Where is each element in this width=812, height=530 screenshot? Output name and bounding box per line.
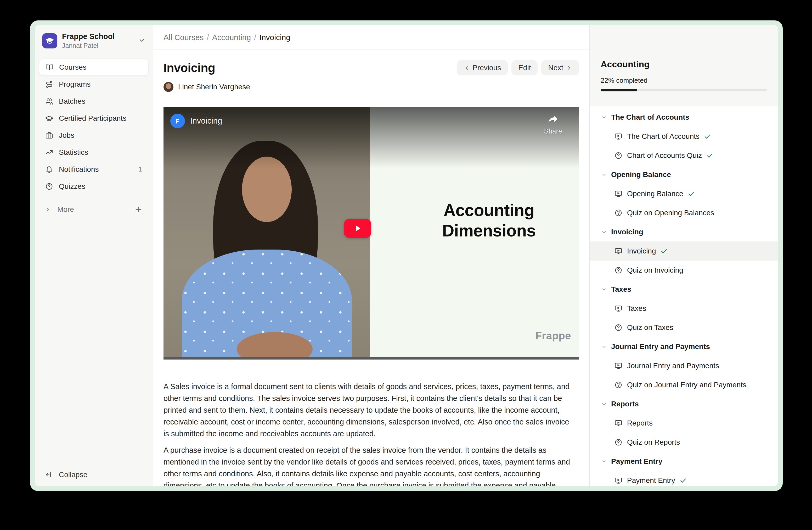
quiz-label: Quiz on Opening Balances: [627, 209, 714, 217]
author-name: Linet Sherin Varghese: [178, 83, 250, 91]
quiz-label: Quiz on Invoicing: [627, 266, 683, 275]
lesson-invoicing-active[interactable]: Invoicing: [590, 241, 778, 261]
bell-icon: [45, 166, 53, 173]
briefcase-icon: [45, 131, 53, 139]
breadcrumb-separator: /: [254, 33, 256, 42]
section-taxes[interactable]: Taxes: [590, 280, 778, 299]
collapse-label: Collapse: [59, 471, 87, 479]
course-panel-header: Accounting 22% completed: [590, 25, 778, 106]
share-button[interactable]: Share: [539, 114, 567, 135]
author-row: Linet Sherin Varghese: [163, 82, 579, 92]
book-open-icon: [45, 64, 53, 71]
sidebar-item-label: Jobs: [59, 131, 74, 140]
help-circle-icon: [614, 266, 622, 274]
progress-track: [600, 89, 767, 92]
video-progress-bar[interactable]: [163, 357, 579, 360]
quiz-label: Quiz on Reports: [627, 438, 680, 446]
share-label: Share: [539, 127, 567, 135]
chevron-down-icon: [601, 287, 607, 292]
lesson-label: Journal Entry and Payments: [627, 362, 719, 370]
lesson-taxes[interactable]: Taxes: [590, 299, 778, 318]
edit-label: Edit: [518, 64, 531, 72]
lesson-opening-balance[interactable]: Opening Balance: [590, 184, 778, 203]
monitor-play-icon: [614, 362, 622, 370]
section-chart-of-accounts[interactable]: The Chart of Accounts: [590, 108, 778, 127]
collapse-sidebar-button[interactable]: Collapse: [39, 468, 149, 482]
breadcrumb-all-courses[interactable]: All Courses: [163, 33, 204, 42]
lesson-chart-of-accounts[interactable]: The Chart of Accounts: [590, 127, 778, 146]
lesson-nav-buttons: Previous Edit Next: [457, 60, 579, 75]
quiz-chart-of-accounts[interactable]: Chart of Accounts Quiz: [590, 146, 778, 165]
breadcrumb-current: Invoicing: [260, 33, 290, 42]
breadcrumb-accounting[interactable]: Accounting: [212, 33, 251, 42]
help-circle-icon: [614, 209, 622, 217]
section-invoicing[interactable]: Invoicing: [590, 222, 778, 241]
lesson-label: Taxes: [627, 304, 646, 313]
edit-button[interactable]: Edit: [511, 60, 538, 75]
sidebar-item-statistics[interactable]: Statistics: [39, 144, 149, 161]
chevron-left-icon: [464, 65, 470, 71]
progress-fill: [600, 89, 637, 92]
check-icon: [687, 190, 695, 197]
chevron-down-icon: [601, 229, 607, 235]
trending-up-icon: [45, 149, 53, 156]
video-player[interactable]: Accounting Dimensions Frappe Invoicing: [163, 107, 579, 360]
sidebar-item-batches[interactable]: Batches: [39, 93, 149, 110]
frappe-logo-icon[interactable]: [170, 114, 185, 128]
help-circle-icon: [614, 152, 622, 159]
sidebar-item-programs[interactable]: Programs: [39, 76, 149, 93]
sidebar-item-label: Notifications: [59, 165, 99, 173]
lesson-journal-entry[interactable]: Journal Entry and Payments: [590, 356, 778, 375]
sidebar-item-jobs[interactable]: Jobs: [39, 127, 149, 144]
previous-button[interactable]: Previous: [457, 60, 508, 75]
video-title[interactable]: Invoicing: [190, 116, 222, 126]
check-icon: [704, 133, 711, 140]
lesson-paragraph: A Sales invoice is a formal document sen…: [163, 381, 576, 440]
quiz-invoicing[interactable]: Quiz on Invoicing: [590, 261, 778, 280]
quiz-reports[interactable]: Quiz on Reports: [590, 433, 778, 452]
quiz-taxes[interactable]: Quiz on Taxes: [590, 318, 778, 337]
video-top-gradient: [163, 107, 579, 168]
plus-icon[interactable]: [134, 206, 142, 213]
section-opening-balance[interactable]: Opening Balance: [590, 165, 778, 184]
section-journal-entry[interactable]: Journal Entry and Payments: [590, 337, 778, 356]
sidebar-item-quizzes[interactable]: Quizzes: [39, 178, 149, 195]
sidebar-item-courses[interactable]: Courses: [39, 59, 149, 76]
sidebar-item-label: Programs: [59, 80, 90, 88]
chevron-down-icon: [601, 172, 607, 178]
play-icon: [352, 223, 363, 234]
monitor-play-icon: [614, 419, 622, 427]
share-arrow-icon: [546, 114, 560, 125]
workspace-switcher[interactable]: Frappe School Jannat Patel: [42, 32, 149, 49]
sidebar-item-notifications[interactable]: Notifications 1: [39, 161, 149, 178]
quiz-label: Quiz on Taxes: [627, 323, 673, 332]
slide-line-1: Accounting: [399, 200, 579, 221]
quiz-journal-entry[interactable]: Quiz on Journal Entry and Payments: [590, 375, 778, 394]
quiz-opening-balances[interactable]: Quiz on Opening Balances: [590, 203, 778, 222]
course-outline-list: The Chart of Accounts The Chart of Accou…: [590, 108, 778, 486]
graduation-cap-icon: [45, 114, 53, 122]
frappe-school-app: Frappe School Jannat Patel Courses Progr: [35, 25, 778, 486]
sidebar-nav: Courses Programs Batches Certified Parti…: [39, 59, 149, 217]
play-button[interactable]: [344, 219, 371, 238]
lesson-label: Invoicing: [627, 247, 656, 255]
monitor-play-icon: [614, 190, 622, 198]
section-reports[interactable]: Reports: [590, 394, 778, 414]
lesson-reports[interactable]: Reports: [590, 414, 778, 433]
course-title: Accounting: [600, 59, 650, 69]
section-title: Journal Entry and Payments: [611, 343, 710, 351]
lesson-paragraph: A purchase invoice is a document created…: [163, 444, 576, 486]
chevron-down-icon: [601, 459, 607, 464]
next-button[interactable]: Next: [541, 60, 579, 75]
monitor-play-icon: [614, 305, 622, 312]
help-circle-icon: [45, 182, 53, 190]
sidebar-more[interactable]: More: [39, 202, 149, 217]
section-payment-entry[interactable]: Payment Entry: [590, 452, 778, 471]
page-title: Invoicing: [163, 61, 215, 75]
course-outline-panel: Accounting 22% completed The Chart of Ac…: [589, 25, 778, 486]
lesson-payment-entry[interactable]: Payment Entry: [590, 471, 778, 486]
sidebar-item-certified-participants[interactable]: Certified Participants: [39, 110, 149, 127]
lesson-label: Opening Balance: [627, 190, 683, 198]
frappe-wordmark: Frappe: [536, 330, 571, 342]
check-icon: [660, 248, 668, 255]
